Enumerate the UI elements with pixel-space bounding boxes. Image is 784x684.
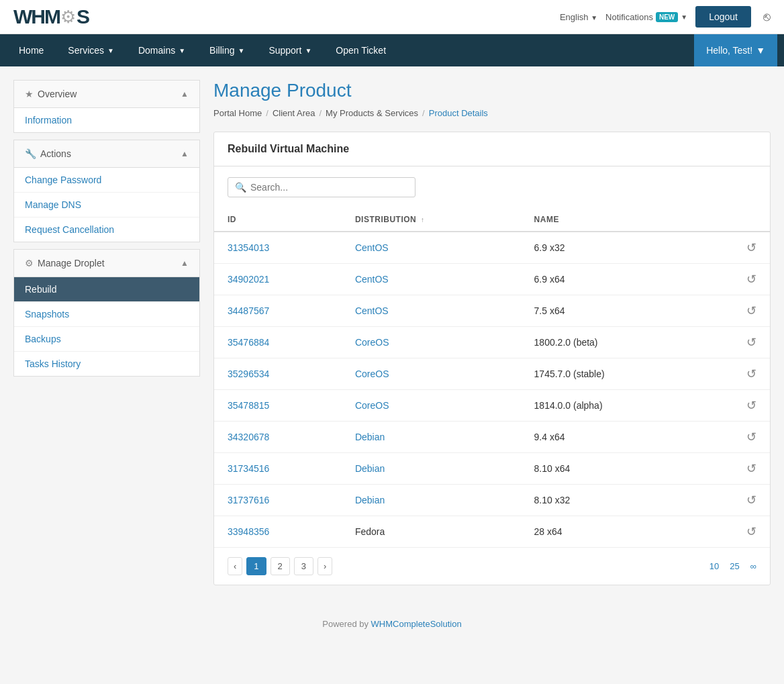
per-page-10[interactable]: 10 (709, 561, 719, 571)
wrench-icon: 🔧 (25, 148, 36, 159)
col-distribution[interactable]: DISTRIBUTION ↑ (342, 208, 521, 232)
sidebar-item-backups[interactable]: Backups (14, 327, 199, 352)
distribution-link[interactable]: Debian (355, 495, 385, 505)
rebuild-icon-button[interactable]: ↺ (746, 524, 756, 539)
cell-action: ↺ (701, 264, 770, 295)
id-link[interactable]: 31734516 (228, 463, 269, 474)
nav-item-domains[interactable]: Domains ▼ (126, 34, 197, 66)
table-row: 34320678Debian9.4 x64↺ (214, 422, 770, 453)
table-row: 31737616Debian8.10 x32↺ (214, 485, 770, 516)
notifications-button[interactable]: Notifications NEW ▼ (605, 12, 687, 22)
sidebar-manage-droplet-title: Manage Droplet (38, 258, 105, 268)
table-row: 34487567CentOS7.5 x64↺ (214, 295, 770, 327)
distribution-link[interactable]: Debian (355, 432, 385, 442)
id-link[interactable]: 34487567 (228, 305, 269, 316)
search-input[interactable] (250, 182, 408, 193)
cell-id: 34487567 (214, 295, 342, 327)
nav-item-open-ticket[interactable]: Open Ticket (324, 34, 398, 66)
rebuild-icon-button[interactable]: ↺ (746, 367, 756, 381)
rebuild-icon-button[interactable]: ↺ (746, 493, 756, 507)
nav-item-home[interactable]: Home (7, 34, 56, 66)
distribution-link[interactable]: CoreOS (355, 337, 389, 348)
chevron-down-icon: ▼ (756, 45, 765, 56)
cell-id: 35296534 (214, 358, 342, 390)
nav-item-billing[interactable]: Billing ▼ (197, 34, 256, 66)
cell-distribution: Debian (342, 453, 521, 485)
distribution-link[interactable]: CoreOS (355, 369, 389, 379)
exit-icon[interactable]: ⎋ (763, 10, 771, 24)
cell-name: 6.9 x32 (521, 232, 701, 264)
chevron-up-icon: ▲ (181, 258, 189, 268)
sidebar-item-rebuild[interactable]: Rebuild (14, 277, 199, 302)
logout-button[interactable]: Logout (695, 6, 751, 28)
rebuild-icon-button[interactable]: ↺ (746, 398, 756, 413)
id-link[interactable]: 35476884 (228, 337, 269, 348)
language-label: English (560, 12, 589, 22)
pagination-page-3[interactable]: 3 (294, 557, 313, 575)
pagination-page-2[interactable]: 2 (271, 557, 290, 575)
cell-distribution: CentOS (342, 232, 521, 264)
distribution-link[interactable]: Debian (355, 463, 385, 474)
table-row: 34902021CentOS6.9 x64↺ (214, 264, 770, 295)
rebuild-icon-button[interactable]: ↺ (746, 272, 756, 287)
distribution-link[interactable]: CentOS (355, 242, 389, 253)
distribution-link[interactable]: CentOS (355, 305, 389, 316)
cell-id: 31737616 (214, 485, 342, 516)
breadcrumb-client-area[interactable]: Client Area (273, 108, 315, 118)
footer-link[interactable]: WHMCompleteSolution (371, 619, 462, 629)
rebuild-icon-button[interactable]: ↺ (746, 430, 756, 444)
nav-open-ticket-label: Open Ticket (336, 45, 386, 56)
col-action (701, 208, 770, 232)
nav-user-button[interactable]: Hello, Test! ▼ (694, 34, 777, 66)
rebuild-icon-button[interactable]: ↺ (746, 335, 756, 350)
id-link[interactable]: 35296534 (228, 369, 269, 379)
id-link[interactable]: 31354013 (228, 242, 269, 253)
per-page-25[interactable]: 25 (730, 561, 739, 571)
id-link[interactable]: 34320678 (228, 432, 269, 442)
sidebar-item-manage-dns[interactable]: Manage DNS (14, 193, 199, 217)
sidebar-section-actions: 🔧 Actions ▲ Change Password Manage DNS R… (13, 140, 200, 242)
sidebar-item-request-cancellation[interactable]: Request Cancellation (14, 217, 199, 242)
id-link[interactable]: 31737616 (228, 495, 269, 505)
id-link[interactable]: 35478815 (228, 400, 269, 411)
nav-item-support[interactable]: Support ▼ (256, 34, 324, 66)
distributions-table: ID DISTRIBUTION ↑ NAME 31354013CentOS6.9… (214, 208, 770, 547)
id-link[interactable]: 34902021 (228, 274, 269, 285)
sidebar-item-snapshots[interactable]: Snapshots (14, 302, 199, 327)
cell-distribution: Fedora (342, 516, 521, 548)
cell-distribution: CoreOS (342, 358, 521, 390)
pagination-prev-button[interactable]: ‹ (228, 557, 242, 575)
cell-name: 9.4 x64 (521, 422, 701, 453)
nav-support-label: Support (268, 45, 301, 56)
distribution-link[interactable]: CentOS (355, 274, 389, 285)
id-link[interactable]: 33948356 (228, 526, 269, 537)
cell-id: 31734516 (214, 453, 342, 485)
rebuild-icon-button[interactable]: ↺ (746, 461, 756, 476)
pagination-page-1[interactable]: 1 (246, 557, 266, 575)
sidebar-header-manage-droplet[interactable]: ⚙ Manage Droplet ▲ (14, 250, 199, 277)
pagination-next-button[interactable]: › (317, 557, 332, 575)
rebuild-icon-button[interactable]: ↺ (746, 303, 756, 318)
cell-action: ↺ (701, 358, 770, 390)
sidebar-item-tasks-history[interactable]: Tasks History (14, 352, 199, 376)
cell-action: ↺ (701, 422, 770, 453)
breadcrumb-portal-home[interactable]: Portal Home (213, 108, 262, 118)
per-page-all[interactable]: ∞ (750, 561, 756, 571)
breadcrumb-my-products[interactable]: My Products & Services (326, 108, 418, 118)
cell-name: 8.10 x64 (521, 453, 701, 485)
nav-item-services[interactable]: Services ▼ (56, 34, 126, 66)
cell-action: ↺ (701, 453, 770, 485)
gear-icon: ⚙ (25, 258, 34, 268)
sort-icon: ↑ (421, 216, 425, 224)
rebuild-icon-button[interactable]: ↺ (746, 240, 756, 255)
table-row: 35296534CoreOS1745.7.0 (stable)↺ (214, 358, 770, 390)
distribution-link[interactable]: CoreOS (355, 400, 389, 411)
rebuild-card: Rebuild Virtual Machine 🔍 ID DISTRIBUTIO… (213, 132, 771, 585)
sidebar-header-actions[interactable]: 🔧 Actions ▲ (14, 140, 199, 168)
sidebar-header-overview[interactable]: ★ Overview ▲ (14, 81, 199, 108)
language-button[interactable]: English ▼ (560, 12, 597, 22)
col-name: NAME (521, 208, 701, 232)
search-icon: 🔍 (235, 182, 246, 193)
sidebar-item-change-password[interactable]: Change Password (14, 168, 199, 193)
sidebar-item-information[interactable]: Information (14, 108, 199, 132)
